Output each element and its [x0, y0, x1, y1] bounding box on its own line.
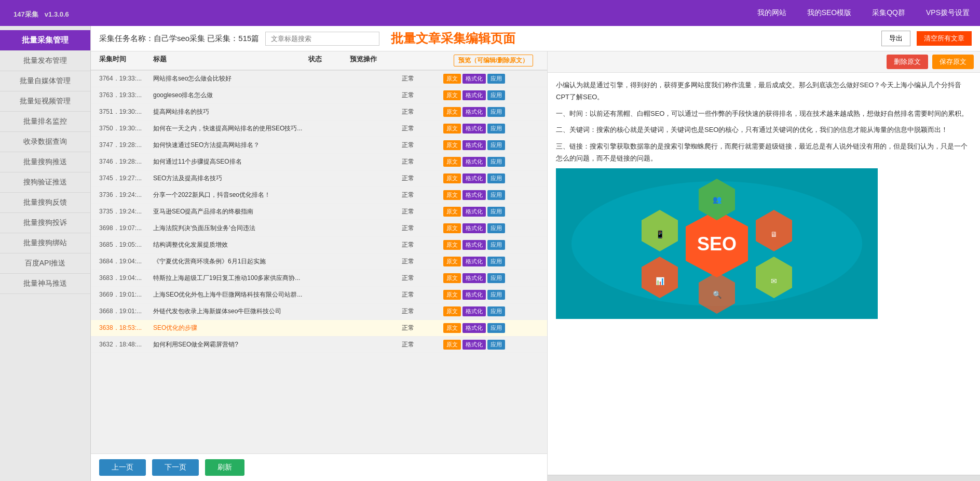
btn-yuanwen[interactable]: 原文	[443, 306, 461, 316]
sidebar-btn-sougouverify[interactable]: 搜狗验证推送	[0, 172, 90, 193]
btn-yuanwen[interactable]: 原文	[443, 90, 461, 100]
page-heading: 批量文章采集编辑页面	[391, 30, 875, 47]
refresh-button[interactable]: 刷新	[205, 459, 244, 476]
preview-paragraph: 一、时间：以前还有黑帽、白帽SEO，可以通过一些作弊的手段快速的获得排名，现在技…	[556, 108, 972, 119]
nav-seotemplate[interactable]: 我的SEO模版	[807, 8, 852, 18]
delete-original-button[interactable]: 删除原文	[887, 55, 928, 69]
preview-op-label[interactable]: 预览（可编辑/删除原文）	[454, 55, 533, 66]
btn-yingying[interactable]: 应用	[487, 124, 505, 133]
sidebar-btn-collect[interactable]: 批量采集管理	[0, 30, 90, 51]
btn-geishi[interactable]: 格式化	[462, 340, 486, 350]
btn-yingying[interactable]: 应用	[487, 107, 505, 117]
btn-yingying[interactable]: 应用	[487, 273, 505, 283]
btn-yuanwen[interactable]: 原文	[443, 340, 461, 350]
btn-yuanwen[interactable]: 原文	[443, 323, 461, 333]
cell-title: 特斯拉上海超级工厂19日复工推动100多家供应商协...	[153, 274, 402, 283]
btn-geishi[interactable]: 格式化	[462, 74, 486, 84]
btn-geishi[interactable]: 格式化	[462, 240, 486, 250]
sidebar-btn-sougouback[interactable]: 批量搜狗反馈	[0, 193, 90, 213]
btn-yingying[interactable]: 应用	[487, 90, 505, 100]
btn-geishi[interactable]: 格式化	[462, 140, 486, 150]
sidebar-btn-shortvideo[interactable]: 批量短视频管理	[0, 91, 90, 112]
sidebar-btn-sougoupush[interactable]: 批量搜狗推送	[0, 152, 90, 172]
table-row: 3745．19:27:... SEO方法及提高排名技巧 正常 原文 格式化 应用	[91, 170, 547, 187]
btn-yingying[interactable]: 应用	[487, 223, 505, 233]
cell-time: 3763．19:33:...	[91, 91, 153, 100]
sidebar-btn-sougoucomplain[interactable]: 批量搜狗投诉	[0, 213, 90, 233]
sidebar-btn-ranking[interactable]: 批量排名监控	[0, 112, 90, 132]
btn-geishi[interactable]: 格式化	[462, 190, 486, 200]
btn-yuanwen[interactable]: 原文	[443, 257, 461, 266]
cell-title: 如何快速通过SEO方法提高网站排名？	[153, 141, 402, 150]
sidebar-btn-recordquery[interactable]: 收录数据查询	[0, 132, 90, 152]
svg-text:🔍: 🔍	[713, 290, 722, 299]
btn-yuanwen[interactable]: 原文	[443, 157, 461, 167]
btn-geishi[interactable]: 格式化	[462, 124, 486, 133]
horizontal-scrollbar[interactable]	[548, 475, 980, 481]
btn-yuanwen[interactable]: 原文	[443, 74, 461, 84]
btn-geishi[interactable]: 格式化	[462, 207, 486, 217]
export-button[interactable]: 导出	[881, 31, 910, 46]
btn-yingying[interactable]: 应用	[487, 257, 505, 266]
btn-yingying[interactable]: 应用	[487, 306, 505, 316]
btn-yingying[interactable]: 应用	[487, 323, 505, 333]
sidebar-btn-publish[interactable]: 批量发布管理	[0, 51, 90, 71]
btn-yuanwen[interactable]: 原文	[443, 140, 461, 150]
cell-title: 如何通过11个步骤提高SEO排名	[153, 157, 402, 166]
cell-title: 上海SEO优化外包上海牛巨微网络科技有限公司站群...	[153, 290, 402, 299]
btn-geishi[interactable]: 格式化	[462, 323, 486, 333]
btn-yuanwen[interactable]: 原文	[443, 207, 461, 217]
btn-yuanwen[interactable]: 原文	[443, 273, 461, 283]
sidebar-btn-sougousite[interactable]: 批量搜狗绑站	[0, 233, 90, 253]
sidebar-btn-baiduapi[interactable]: 百度API推送	[0, 253, 90, 274]
btn-yingying[interactable]: 应用	[487, 173, 505, 183]
btn-geishi[interactable]: 格式化	[462, 173, 486, 183]
btn-yuanwen[interactable]: 原文	[443, 124, 461, 133]
btn-yingying[interactable]: 应用	[487, 157, 505, 167]
cell-time: 3747．19:28:...	[91, 141, 153, 150]
col-header-preview-op: 预览操作	[350, 55, 454, 66]
clear-button[interactable]: 清空所有文章	[917, 31, 972, 46]
btn-geishi[interactable]: 格式化	[462, 290, 486, 300]
btn-yingying[interactable]: 应用	[487, 140, 505, 150]
btn-yuanwen[interactable]: 原文	[443, 190, 461, 200]
svg-text:📱: 📱	[656, 230, 665, 239]
btn-yingying[interactable]: 应用	[487, 207, 505, 217]
btn-yuanwen[interactable]: 原文	[443, 107, 461, 117]
search-input[interactable]	[265, 32, 379, 46]
btn-yuanwen[interactable]: 原文	[443, 223, 461, 233]
next-page-button[interactable]: 下一页	[152, 459, 199, 476]
sidebar-btn-shenma[interactable]: 批量神马推送	[0, 274, 90, 294]
table-actions: 上一页 下一页 刷新	[91, 453, 547, 481]
btn-yingying[interactable]: 应用	[487, 74, 505, 84]
save-original-button[interactable]: 保存原文	[932, 55, 974, 69]
prev-page-button[interactable]: 上一页	[99, 459, 146, 476]
btn-geishi[interactable]: 格式化	[462, 257, 486, 266]
cell-preview-buttons: 原文 格式化 应用	[443, 190, 547, 200]
preview-panel: 删除原文 保存原文 小编认为就是通过引擎，得到好的，获得更多网站度我们称作流量，…	[548, 51, 980, 481]
btn-geishi[interactable]: 格式化	[462, 107, 486, 117]
btn-yuanwen[interactable]: 原文	[443, 290, 461, 300]
btn-geishi[interactable]: 格式化	[462, 90, 486, 100]
btn-geishi[interactable]: 格式化	[462, 157, 486, 167]
btn-yuanwen[interactable]: 原文	[443, 173, 461, 183]
cell-preview-buttons: 原文 格式化 应用	[443, 157, 547, 167]
cell-preview-buttons: 原文 格式化 应用	[443, 173, 547, 183]
btn-geishi[interactable]: 格式化	[462, 306, 486, 316]
sidebar-btn-media[interactable]: 批量自媒体管理	[0, 71, 90, 91]
table-row: 3751．19:30:... 提高网站排名的技巧 正常 原文 格式化 应用	[91, 104, 547, 121]
nav-vps[interactable]: VPS拨号设置	[926, 8, 970, 18]
btn-yuanwen[interactable]: 原文	[443, 240, 461, 250]
btn-yingying[interactable]: 应用	[487, 190, 505, 200]
btn-yingying[interactable]: 应用	[487, 340, 505, 350]
btn-yingying[interactable]: 应用	[487, 290, 505, 300]
cell-title: 上海法院判决'负面压制业务'合同违法	[153, 224, 402, 233]
nav-qqgroup[interactable]: 采集QQ群	[872, 8, 905, 18]
cell-time: 3685．19:05:...	[91, 240, 153, 249]
cell-status: 正常	[402, 74, 443, 83]
cell-status: 正常	[402, 191, 443, 199]
btn-geishi[interactable]: 格式化	[462, 223, 486, 233]
btn-yingying[interactable]: 应用	[487, 240, 505, 250]
nav-mysite[interactable]: 我的网站	[757, 8, 786, 18]
btn-geishi[interactable]: 格式化	[462, 273, 486, 283]
